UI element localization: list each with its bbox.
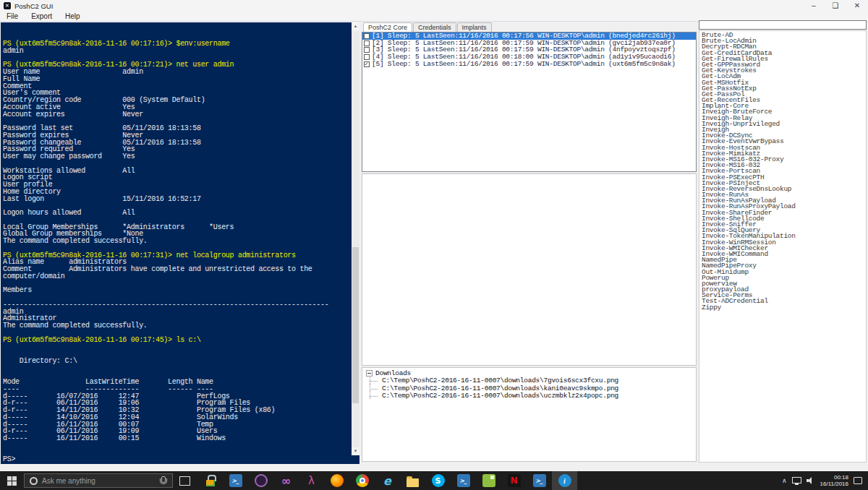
menu-item[interactable]: File: [0, 12, 25, 20]
console-output: PS (uxt6m5fm5c9n8ak-2016-11-16 00:17:16)…: [3, 25, 350, 454]
lock-app-icon[interactable]: [197, 471, 223, 490]
console-line: Last logon 15/11/2016 16:52:17: [3, 196, 350, 203]
visual-studio-icon[interactable]: ∞: [273, 471, 299, 490]
download-item[interactable]: C:\Temp\PoshC2-2016-16-11-0007\downloads…: [362, 377, 696, 385]
skype-icon[interactable]: S: [425, 471, 451, 490]
poshc2-window-icon: ✕: [4, 2, 11, 9]
microphone-icon[interactable]: [159, 476, 166, 486]
close-button[interactable]: ✕: [846, 0, 868, 12]
scroll-up-icon[interactable]: ▲: [352, 22, 359, 30]
menu-item[interactable]: Help: [59, 12, 87, 20]
window-title: PoshC2 GUI: [14, 2, 53, 10]
console-line: PS (uxt6m5fm5c9n8ak-2016-11-16 00:17:45)…: [3, 337, 350, 344]
console-line: User may change password Yes: [3, 153, 350, 160]
clock-time: 00:18: [834, 474, 848, 481]
module-item[interactable]: Zippy: [702, 305, 866, 311]
console-line: The command completed successfully.: [3, 322, 350, 330]
console-line: [3, 280, 350, 288]
console-line: [3, 343, 350, 351]
tab[interactable]: PoshC2 Core: [363, 22, 412, 32]
console-line: Logon hours allowed All: [3, 210, 350, 217]
search-placeholder: Ask me anything: [42, 477, 159, 485]
system-tray: ∧ 00:18 16/11/2016: [782, 474, 868, 487]
internet-explorer-icon[interactable]: e: [375, 471, 400, 490]
powershell-icon[interactable]: >_: [223, 471, 248, 490]
implant-list: [1] Sleep: 5 LastSeen:11/16/2016 00:17:5…: [362, 32, 697, 172]
firefox-icon[interactable]: [324, 471, 349, 490]
console-line: Account expires Never: [3, 111, 350, 119]
implant-label: [5] Sleep: 5 LastSeen:11/16/2016 00:17:5…: [372, 61, 676, 68]
lambda-icon[interactable]: λ: [299, 471, 324, 490]
title-bar: ✕ PoshC2 GUI – ❑ ✕: [0, 0, 868, 12]
console-line: PS (uxt6m5fm5c9n8ak-2016-11-16 00:17:16)…: [3, 40, 350, 48]
console-line: Logon script: [3, 174, 350, 181]
implant-checkbox[interactable]: [364, 47, 370, 53]
taskbar-clock[interactable]: 00:18 16/11/2016: [820, 474, 848, 487]
powershell-icon[interactable]: >_: [527, 471, 552, 490]
task-view-button[interactable]: [179, 476, 190, 486]
console-line: ----------------------------------------…: [3, 301, 350, 309]
implant-checkbox[interactable]: [364, 54, 370, 60]
clock-date: 16/11/2016: [820, 481, 848, 487]
download-item[interactable]: C:\Temp\PoshC2-2016-16-11-0007\downloads…: [362, 392, 696, 400]
windows-logo-icon: [7, 476, 17, 486]
implant-row[interactable]: [5] Sleep: 5 LastSeen:11/16/2016 00:17:5…: [362, 61, 696, 68]
green-app-icon[interactable]: [476, 471, 501, 490]
cortana-icon: [30, 477, 38, 485]
task-output-panel[interactable]: [362, 173, 697, 366]
chrome-icon[interactable]: [349, 471, 375, 490]
console-line: admin: [3, 48, 350, 55]
console-line: Workstations allowed All: [3, 168, 350, 175]
console-line: User name admin: [3, 69, 350, 76]
console-line: d----- 16/11/2016 00:15 Windows: [3, 435, 350, 442]
purple-ring-icon[interactable]: [248, 471, 273, 490]
maximize-button[interactable]: ❑: [825, 0, 846, 12]
console-line: The command completed successfully.: [3, 238, 350, 245]
module-search-input[interactable]: [699, 20, 867, 30]
implant-checkbox[interactable]: [364, 33, 370, 39]
console-line: Directory: C:\: [3, 358, 350, 365]
taskbar: Ask me anything >_ ∞ λ e S: [0, 471, 868, 490]
console-input[interactable]: PS>: [3, 455, 350, 463]
minimize-button[interactable]: –: [803, 0, 825, 12]
file-explorer-icon[interactable]: [400, 471, 425, 490]
menu-item[interactable]: Export: [25, 12, 59, 20]
console-line: computer/domain: [3, 273, 350, 280]
speaker-icon[interactable]: [807, 477, 815, 484]
module-item[interactable]: Test-ADCredential: [702, 298, 866, 304]
tab[interactable]: Implants: [457, 22, 492, 32]
console-line: [3, 365, 350, 372]
netflix-icon[interactable]: N: [501, 471, 527, 490]
powershell-icon[interactable]: >_: [451, 471, 476, 490]
network-icon[interactable]: [792, 477, 801, 483]
downloads-panel: Downloads C:\Temp\PoshC2-2016-16-11-0007…: [362, 367, 697, 462]
taskbar-search[interactable]: Ask me anything: [24, 473, 173, 488]
start-button[interactable]: [0, 471, 24, 490]
console-line: Full Name: [3, 76, 350, 83]
console-panel[interactable]: PS (uxt6m5fm5c9n8ak-2016-11-16 00:17:16)…: [1, 22, 359, 464]
tab[interactable]: Credentials: [413, 22, 456, 32]
module-list: Brute-ADBrute-LocAdminDecrypt-RDCManGet-…: [699, 30, 867, 463]
poshc2-taskbar-icon[interactable]: i: [552, 471, 577, 490]
implant-checkbox[interactable]: [364, 40, 370, 46]
scroll-down-icon[interactable]: ▼: [352, 447, 359, 455]
tray-chevron-icon[interactable]: ∧: [782, 477, 787, 484]
console-line: Members: [3, 287, 350, 294]
scrollbar-thumb[interactable]: [352, 247, 359, 403]
action-center-icon[interactable]: [854, 477, 862, 484]
console-scrollbar[interactable]: ▲ ▼: [352, 22, 359, 455]
desktop-screen: ✕ PoshC2 GUI – ❑ ✕ FileExportHelp PS (ux…: [0, 0, 868, 490]
middle-tab-strip: PoshC2 CoreCredentialsImplants: [363, 22, 492, 32]
implant-checkbox[interactable]: [364, 61, 370, 67]
